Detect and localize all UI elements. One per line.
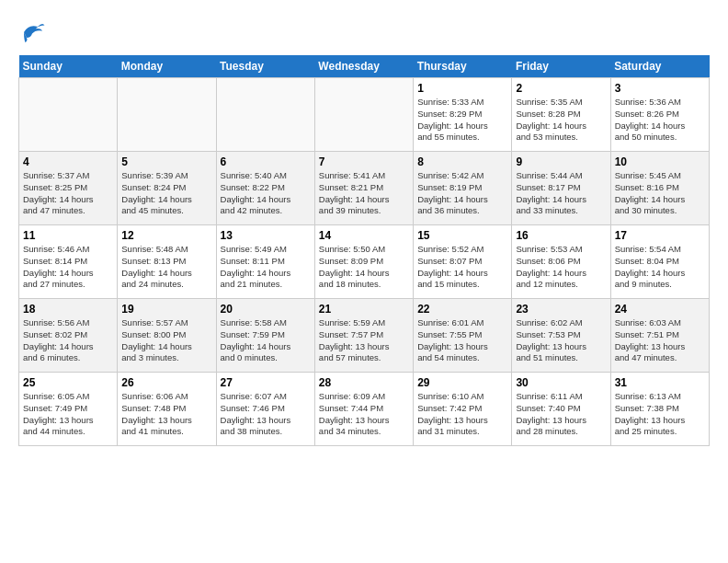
day-number: 19 [121,303,211,316]
day-number: 8 [417,155,507,168]
day-number: 26 [121,376,211,389]
day-info: Sunrise: 6:03 AMSunset: 7:51 PMDaylight:… [615,317,705,364]
day-info: Sunrise: 5:39 AMSunset: 8:24 PMDaylight:… [121,170,211,217]
calendar-cell: 25Sunrise: 6:05 AMSunset: 7:49 PMDayligh… [19,373,118,446]
calendar-cell [19,78,118,152]
day-info: Sunrise: 5:46 AMSunset: 8:14 PMDaylight:… [23,244,113,291]
calendar-cell: 1Sunrise: 5:33 AMSunset: 8:29 PMDaylight… [414,78,512,152]
day-number: 21 [319,303,409,316]
calendar-cell: 16Sunrise: 5:53 AMSunset: 8:06 PMDayligh… [512,225,610,299]
day-number: 17 [615,229,705,242]
calendar-cell: 29Sunrise: 6:10 AMSunset: 7:42 PMDayligh… [414,373,512,446]
header-wednesday: Wednesday [314,55,413,78]
day-number: 4 [23,155,113,168]
day-number: 16 [516,229,606,242]
day-info: Sunrise: 5:59 AMSunset: 7:57 PMDaylight:… [319,317,409,364]
header-saturday: Saturday [610,55,709,78]
day-info: Sunrise: 5:42 AMSunset: 8:19 PMDaylight:… [417,170,507,217]
calendar-cell: 10Sunrise: 5:45 AMSunset: 8:16 PMDayligh… [610,152,709,225]
day-info: Sunrise: 5:54 AMSunset: 8:04 PMDaylight:… [615,244,705,291]
day-info: Sunrise: 6:07 AMSunset: 7:46 PMDaylight:… [221,391,311,438]
day-number: 2 [516,82,606,95]
calendar-cell: 2Sunrise: 5:35 AMSunset: 8:28 PMDaylight… [512,78,610,152]
logo-icon [18,18,46,46]
day-number: 23 [516,303,606,316]
header-row: SundayMondayTuesdayWednesdayThursdayFrid… [19,55,710,78]
calendar-cell: 15Sunrise: 5:52 AMSunset: 8:07 PMDayligh… [414,225,512,299]
day-number: 14 [319,229,409,242]
day-number: 27 [221,376,311,389]
calendar-cell: 3Sunrise: 5:36 AMSunset: 8:26 PMDaylight… [610,78,709,152]
header-friday: Friday [512,55,610,78]
day-info: Sunrise: 6:05 AMSunset: 7:49 PMDaylight:… [23,391,113,438]
calendar-cell: 19Sunrise: 5:57 AMSunset: 8:00 PMDayligh… [118,299,216,373]
day-number: 24 [615,303,705,316]
day-info: Sunrise: 6:13 AMSunset: 7:38 PMDaylight:… [615,391,705,438]
header-tuesday: Tuesday [216,55,314,78]
calendar-cell: 5Sunrise: 5:39 AMSunset: 8:24 PMDaylight… [118,152,216,225]
week-row-5: 25Sunrise: 6:05 AMSunset: 7:49 PMDayligh… [19,373,710,446]
calendar-table: SundayMondayTuesdayWednesdayThursdayFrid… [18,55,710,446]
day-number: 5 [121,155,211,168]
week-row-4: 18Sunrise: 5:56 AMSunset: 8:02 PMDayligh… [19,299,710,373]
calendar-cell: 12Sunrise: 5:48 AMSunset: 8:13 PMDayligh… [118,225,216,299]
calendar-cell: 30Sunrise: 6:11 AMSunset: 7:40 PMDayligh… [512,373,610,446]
day-info: Sunrise: 5:41 AMSunset: 8:21 PMDaylight:… [319,170,409,217]
day-info: Sunrise: 5:44 AMSunset: 8:17 PMDaylight:… [516,170,606,217]
day-number: 1 [417,82,507,95]
day-number: 3 [615,82,705,95]
day-number: 7 [319,155,409,168]
day-info: Sunrise: 6:06 AMSunset: 7:48 PMDaylight:… [121,391,211,438]
calendar-cell: 8Sunrise: 5:42 AMSunset: 8:19 PMDaylight… [414,152,512,225]
day-info: Sunrise: 5:33 AMSunset: 8:29 PMDaylight:… [417,97,507,144]
calendar-cell: 9Sunrise: 5:44 AMSunset: 8:17 PMDaylight… [512,152,610,225]
day-number: 28 [319,376,409,389]
day-number: 22 [417,303,507,316]
day-info: Sunrise: 6:11 AMSunset: 7:40 PMDaylight:… [516,391,606,438]
calendar-cell: 28Sunrise: 6:09 AMSunset: 7:44 PMDayligh… [314,373,413,446]
calendar-cell [314,78,413,152]
week-row-2: 4Sunrise: 5:37 AMSunset: 8:25 PMDaylight… [19,152,710,225]
header-monday: Monday [118,55,216,78]
calendar-cell: 6Sunrise: 5:40 AMSunset: 8:22 PMDaylight… [216,152,314,225]
week-row-3: 11Sunrise: 5:46 AMSunset: 8:14 PMDayligh… [19,225,710,299]
day-info: Sunrise: 5:57 AMSunset: 8:00 PMDaylight:… [121,317,211,364]
calendar-cell: 23Sunrise: 6:02 AMSunset: 7:53 PMDayligh… [512,299,610,373]
calendar-cell: 18Sunrise: 5:56 AMSunset: 8:02 PMDayligh… [19,299,118,373]
day-info: Sunrise: 5:45 AMSunset: 8:16 PMDaylight:… [615,170,705,217]
day-number: 6 [221,155,311,168]
day-info: Sunrise: 5:50 AMSunset: 8:09 PMDaylight:… [319,244,409,291]
day-number: 15 [417,229,507,242]
day-number: 10 [615,155,705,168]
page-header [18,18,710,46]
calendar-cell: 17Sunrise: 5:54 AMSunset: 8:04 PMDayligh… [610,225,709,299]
calendar-cell: 11Sunrise: 5:46 AMSunset: 8:14 PMDayligh… [19,225,118,299]
calendar-cell: 4Sunrise: 5:37 AMSunset: 8:25 PMDaylight… [19,152,118,225]
header-sunday: Sunday [19,55,118,78]
day-number: 9 [516,155,606,168]
calendar-cell: 21Sunrise: 5:59 AMSunset: 7:57 PMDayligh… [314,299,413,373]
day-info: Sunrise: 5:49 AMSunset: 8:11 PMDaylight:… [221,244,311,291]
day-info: Sunrise: 5:48 AMSunset: 8:13 PMDaylight:… [121,244,211,291]
calendar-cell: 22Sunrise: 6:01 AMSunset: 7:55 PMDayligh… [414,299,512,373]
day-number: 18 [23,303,113,316]
day-info: Sunrise: 6:10 AMSunset: 7:42 PMDaylight:… [417,391,507,438]
calendar-cell: 13Sunrise: 5:49 AMSunset: 8:11 PMDayligh… [216,225,314,299]
day-info: Sunrise: 6:01 AMSunset: 7:55 PMDaylight:… [417,317,507,364]
day-info: Sunrise: 5:58 AMSunset: 7:59 PMDaylight:… [221,317,311,364]
calendar-cell: 7Sunrise: 5:41 AMSunset: 8:21 PMDaylight… [314,152,413,225]
day-number: 30 [516,376,606,389]
day-number: 25 [23,376,113,389]
day-info: Sunrise: 5:35 AMSunset: 8:28 PMDaylight:… [516,97,606,144]
calendar-cell: 26Sunrise: 6:06 AMSunset: 7:48 PMDayligh… [118,373,216,446]
day-info: Sunrise: 5:40 AMSunset: 8:22 PMDaylight:… [221,170,311,217]
day-number: 13 [221,229,311,242]
day-info: Sunrise: 6:02 AMSunset: 7:53 PMDaylight:… [516,317,606,364]
day-info: Sunrise: 6:09 AMSunset: 7:44 PMDaylight:… [319,391,409,438]
header-thursday: Thursday [414,55,512,78]
day-number: 20 [221,303,311,316]
logo [18,18,50,46]
day-number: 11 [23,229,113,242]
day-info: Sunrise: 5:36 AMSunset: 8:26 PMDaylight:… [615,97,705,144]
day-number: 29 [417,376,507,389]
